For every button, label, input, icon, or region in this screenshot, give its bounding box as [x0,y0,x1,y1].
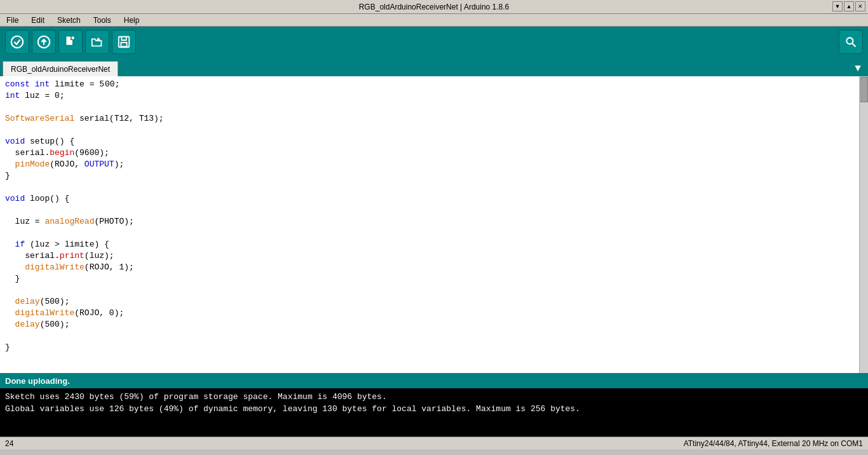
code-line-18: } [5,273,863,285]
code-line-3 [5,102,863,113]
code-line-6: void setup() { [5,136,863,147]
tab-dropdown-button[interactable]: ▼ [850,61,865,76]
code-line-5 [5,125,863,136]
console-line-1: Sketch uses 2430 bytes (59%) of program … [5,391,863,403]
editor-container: const int limite = 500; int luz = 0; Sof… [0,76,868,373]
save-button[interactable] [112,30,136,54]
svg-point-0 [11,36,23,48]
code-line-17: digitalWrite(ROJO, 1); [5,262,863,273]
line-column-indicator: 24 [5,439,31,448]
menu-file[interactable]: File [3,15,22,26]
search-button[interactable] [839,30,863,54]
tab-bar: RGB_oldArduinoReceiverNet ▼ [0,57,868,76]
minimize-button[interactable]: ▼ [832,1,843,11]
editor-tab[interactable]: RGB_oldArduinoReceiverNet [3,61,118,76]
console-line-2: Global variables use 126 bytes (49%) of … [5,403,863,415]
code-line-11: void loop() { [5,193,863,205]
new-button[interactable] [58,30,83,54]
board-info: ATtiny24/44/84, ATtiny44, External 20 MH… [684,439,863,448]
window-controls: ▼ ▲ ✕ [832,1,865,11]
status-message: Done uploading. [5,376,70,386]
menu-sketch[interactable]: Sketch [53,15,85,26]
code-line-2: int luz = 0; [5,90,863,102]
toolbar-right [839,30,863,54]
code-line-16: serial.print(luz); [5,250,863,262]
code-line-20: delay(500); [5,296,863,308]
close-button[interactable]: ✕ [855,1,865,11]
svg-rect-4 [71,36,75,40]
svg-line-8 [853,44,856,47]
editor-vertical-scrollbar[interactable] [859,76,868,373]
code-line-12 [5,205,863,216]
code-editor[interactable]: const int limite = 500; int luz = 0; Sof… [0,76,868,373]
code-line-19 [5,285,863,296]
open-button[interactable] [85,30,109,54]
code-line-22: delay(500); [5,319,863,330]
menu-edit[interactable]: Edit [27,15,48,26]
bottom-status-bar: 24 ATtiny24/44/84, ATtiny44, External 20… [0,437,868,449]
scrollbar-thumb[interactable] [860,77,868,102]
code-line-14 [5,228,863,239]
status-bar: Done uploading. [0,373,868,388]
svg-rect-6 [121,43,126,46]
maximize-button[interactable]: ▲ [844,1,854,11]
verify-button[interactable] [5,30,29,54]
code-line-13: luz = analogRead(PHOTO); [5,216,863,228]
tab-label: RGB_oldArduinoReceiverNet [11,65,110,74]
code-line-23 [5,330,863,342]
code-line-10 [5,182,863,193]
code-line-9: } [5,170,863,182]
code-line-7: serial.begin(9600); [5,147,863,159]
code-line-1: const int limite = 500; [5,79,863,90]
menu-help[interactable]: Help [120,15,144,26]
code-line-8: pinMode(ROJO, OUTPUT); [5,159,863,170]
svg-point-7 [846,37,853,44]
code-line-24: } [5,342,863,353]
code-line-15: if (luz > limite) { [5,239,863,250]
toolbar [0,27,868,57]
title-bar: RGB_oldArduinoReceiverNet | Arduino 1.8.… [0,0,868,14]
console-area: Sketch uses 2430 bytes (59%) of program … [0,388,868,437]
menu-bar: File Edit Sketch Tools Help [0,14,868,27]
code-line-4: SoftwareSerial serial(T12, T13); [5,113,863,125]
window-title: RGB_oldArduinoReceiverNet | Arduino 1.8.… [359,3,510,11]
menu-tools[interactable]: Tools [90,15,115,26]
code-line-21: digitalWrite(ROJO, 0); [5,308,863,319]
upload-button[interactable] [32,30,56,54]
